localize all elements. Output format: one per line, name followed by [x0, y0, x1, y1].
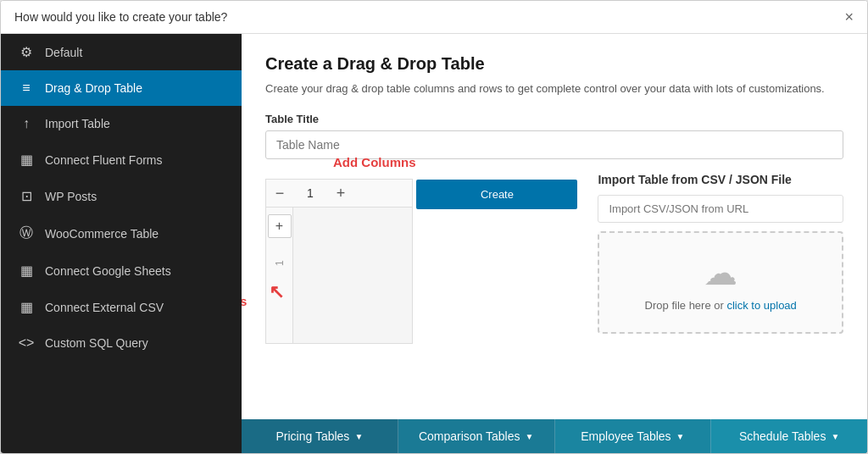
- sidebar-label-sql-query: Custom SQL Query: [45, 336, 148, 350]
- tab-employee[interactable]: Employee Tables ▼: [555, 419, 712, 453]
- sidebar-item-import-table[interactable]: ↑ Import Table: [1, 106, 242, 141]
- create-button[interactable]: Create: [416, 180, 577, 209]
- add-column-button[interactable]: +: [327, 180, 354, 207]
- table-title-label: Table Title: [265, 113, 843, 125]
- sidebar-icon-external-csv: ▦: [18, 299, 35, 315]
- add-row-button[interactable]: +: [268, 214, 292, 238]
- sidebar-item-woocommerce[interactable]: Ⓦ WooCommerce Table: [1, 214, 242, 252]
- tab-label-pricing: Pricing Tables: [275, 429, 349, 443]
- sidebar-icon-drag-drop: ≡: [18, 80, 35, 96]
- sidebar-item-drag-drop[interactable]: ≡ Drag & Drop Table: [1, 70, 242, 106]
- sidebar-label-drag-drop: Drag & Drop Table: [45, 81, 142, 95]
- import-section-title: Import Table from CSV / JSON File: [598, 173, 843, 186]
- sidebar-label-fluent-forms: Connect Fluent Forms: [45, 153, 163, 167]
- click-to-upload-link[interactable]: click to upload: [726, 299, 796, 312]
- tab-pricing[interactable]: Pricing Tables ▼: [242, 419, 398, 453]
- annotation-wrapper: Add Columns ↙ − 1 +: [265, 179, 413, 344]
- drop-text: Drop file here or click to upload: [613, 299, 828, 312]
- sidebar-icon-fluent-forms: ▦: [18, 152, 35, 168]
- grid-column-controls: − 1 +: [266, 180, 412, 208]
- tab-label-schedule: Schedule Tables: [739, 429, 826, 443]
- sidebar-label-woocommerce: WooCommerce Table: [45, 227, 159, 241]
- sidebar: ⚙ Default ≡ Drag & Drop Table ↑ Import T…: [1, 34, 242, 453]
- chevron-down-icon: ▼: [676, 432, 685, 441]
- import-url-input[interactable]: [598, 195, 843, 223]
- remove-column-button[interactable]: −: [266, 180, 293, 207]
- add-rows-arrow-icon: ↖: [269, 281, 284, 303]
- two-col-layout: Add Columns ↙ − 1 +: [265, 173, 843, 345]
- modal-container: How would you like to create your table?…: [0, 0, 868, 454]
- main-content: Create a Drag & Drop Table Create your d…: [242, 34, 867, 453]
- modal-header: How would you like to create your table?…: [1, 1, 867, 34]
- sidebar-icon-import-table: ↑: [18, 116, 35, 131]
- modal-body: ⚙ Default ≡ Drag & Drop Table ↑ Import T…: [1, 34, 867, 453]
- sidebar-label-google-sheets: Connect Google Sheets: [45, 264, 171, 278]
- sidebar-icon-wp-posts: ⊡: [18, 188, 35, 204]
- file-drop-zone[interactable]: ☁ Drop file here or click to upload: [598, 231, 843, 334]
- page-title: Create a Drag & Drop Table: [265, 54, 843, 74]
- sidebar-item-google-sheets[interactable]: ▦ Connect Google Sheets: [1, 252, 242, 289]
- sidebar-icon-sql-query: <>: [18, 335, 35, 351]
- sidebar-label-wp-posts: WP Posts: [45, 190, 97, 203]
- tab-comparison[interactable]: Comparison Tables ▼: [398, 419, 555, 453]
- sidebar-item-sql-query[interactable]: <> Custom SQL Query: [1, 325, 242, 361]
- bottom-tabs: Pricing Tables ▼ Comparison Tables ▼ Emp…: [242, 419, 867, 453]
- sidebar-label-default: Default: [45, 46, 82, 59]
- grid-builder: − 1 + + 1: [265, 179, 413, 344]
- grid-row-controls: + 1: [266, 208, 293, 343]
- sidebar-label-import-table: Import Table: [45, 117, 110, 130]
- sidebar-icon-default: ⚙: [18, 44, 35, 60]
- grid-cell-area: + 1: [266, 208, 412, 343]
- page-description: Create your drag & drop table columns an…: [265, 80, 843, 97]
- modal-header-title: How would you like to create your table?: [14, 10, 227, 24]
- upload-icon: ☁: [613, 253, 828, 292]
- grid-cells: [293, 208, 412, 343]
- sidebar-icon-google-sheets: ▦: [18, 263, 35, 279]
- chevron-down-icon: ▼: [831, 432, 839, 441]
- import-col: Import Table from CSV / JSON File ☁ Drop…: [598, 173, 843, 345]
- add-rows-annotation: Add Rows: [242, 294, 247, 308]
- tab-schedule[interactable]: Schedule Tables ▼: [711, 419, 867, 453]
- sidebar-icon-woocommerce: Ⓦ: [18, 224, 35, 242]
- grid-builder-col: Add Columns ↙ − 1 +: [265, 173, 577, 345]
- column-count: 1: [293, 186, 327, 200]
- sidebar-item-wp-posts[interactable]: ⊡ WP Posts: [1, 178, 242, 214]
- chevron-down-icon: ▼: [525, 432, 533, 441]
- sidebar-item-fluent-forms[interactable]: ▦ Connect Fluent Forms: [1, 141, 242, 178]
- sidebar-label-external-csv: Connect External CSV: [45, 301, 164, 314]
- sidebar-item-external-csv[interactable]: ▦ Connect External CSV: [1, 289, 242, 325]
- tab-label-employee: Employee Tables: [581, 429, 670, 443]
- modal-close-button[interactable]: ×: [844, 9, 854, 25]
- sidebar-item-default[interactable]: ⚙ Default: [1, 34, 242, 70]
- add-columns-annotation: Add Columns: [333, 155, 416, 169]
- content-area: Create a Drag & Drop Table Create your d…: [242, 34, 867, 419]
- chevron-down-icon: ▼: [354, 432, 363, 441]
- tab-label-comparison: Comparison Tables: [419, 429, 520, 443]
